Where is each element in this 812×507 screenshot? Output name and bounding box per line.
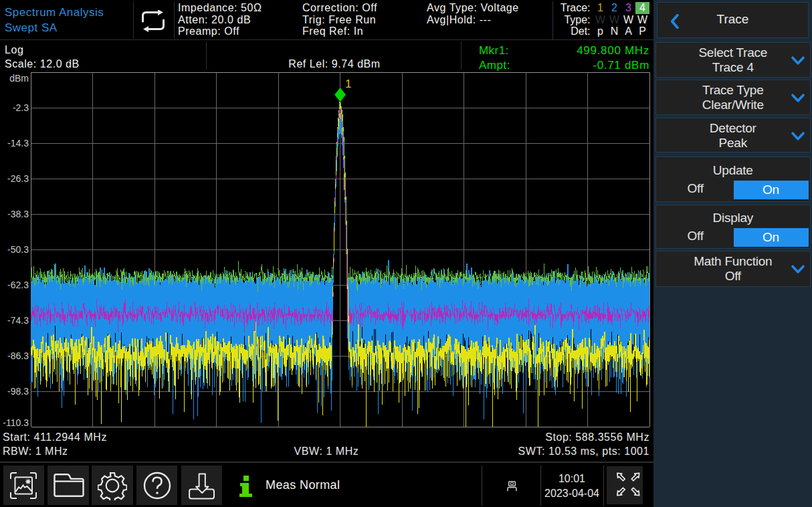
svg-text:RBW: 1 MHz: RBW: 1 MHz <box>3 445 68 457</box>
svg-text:1: 1 <box>345 78 351 90</box>
svg-text:-98.3: -98.3 <box>7 386 29 397</box>
svg-text:Stop: 588.3556 MHz: Stop: 588.3556 MHz <box>545 431 649 443</box>
svg-text:-14.3: -14.3 <box>7 138 29 148</box>
svg-text:-86.3: -86.3 <box>7 350 29 361</box>
svg-text:-26.3: -26.3 <box>7 173 29 184</box>
svg-text:-74.3: -74.3 <box>7 315 29 326</box>
svg-text:-38.3: -38.3 <box>7 209 29 219</box>
svg-text:Start: 411.2944 MHz: Start: 411.2944 MHz <box>3 431 107 443</box>
svg-text:SWT: 10.53 ms, pts: 1001: SWT: 10.53 ms, pts: 1001 <box>518 445 649 457</box>
svg-text:-110.3: -110.3 <box>3 417 29 428</box>
svg-text:dBm: dBm <box>9 73 29 84</box>
svg-text:-62.3: -62.3 <box>7 280 29 290</box>
svg-text:-50.3: -50.3 <box>7 244 29 255</box>
svg-text:VBW: 1 MHz: VBW: 1 MHz <box>294 445 359 457</box>
svg-text:-2.3: -2.3 <box>13 102 29 113</box>
